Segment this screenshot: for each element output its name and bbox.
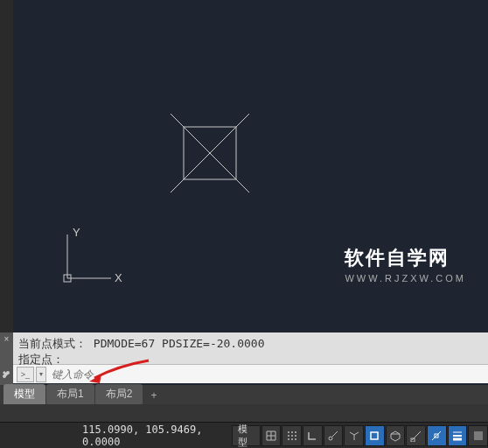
ortho-icon[interactable] [303, 425, 323, 446]
left-strip [0, 0, 13, 332]
svg-line-4 [236, 114, 249, 127]
svg-rect-31 [371, 432, 378, 439]
status-bar: 115.0990, 105.9469, 0.0000 模型 [0, 422, 488, 448]
svg-line-3 [171, 114, 184, 127]
svg-point-21 [291, 435, 293, 437]
command-panel: × 当前点模式： PDMODE=67 PDSIZE=-20.0000 指定点： … [0, 332, 488, 383]
dyn-input-icon[interactable] [427, 425, 447, 446]
command-history-line: 当前点模式： PDMODE=67 PDSIZE=-20.0000 [18, 336, 483, 352]
tab-layout1[interactable]: 布局1 [46, 384, 94, 404]
command-history-dropdown[interactable]: ▾ [36, 367, 46, 382]
command-history[interactable]: 当前点模式： PDMODE=67 PDSIZE=-20.0000 指定点： [13, 332, 488, 364]
svg-line-6 [236, 179, 249, 192]
ucs-y-label: Y [73, 228, 80, 239]
snap-icon[interactable] [282, 425, 302, 446]
svg-point-24 [291, 438, 293, 440]
svg-line-30 [354, 432, 359, 435]
otrack-icon[interactable] [406, 425, 426, 446]
isometric-icon[interactable] [344, 425, 364, 446]
watermark: 软件自学网 WWW.RJZXW.COM [345, 245, 466, 284]
tab-model[interactable]: 模型 [3, 384, 45, 404]
svg-line-35 [432, 431, 441, 440]
3dosnap-icon[interactable] [386, 425, 406, 446]
svg-line-27 [332, 431, 338, 437]
svg-rect-40 [474, 431, 483, 440]
drawing-canvas[interactable]: Y X 软件自学网 WWW.RJZXW.COM [13, 0, 488, 332]
command-input-row: >_ ▾ [13, 364, 488, 383]
grid-icon[interactable] [261, 425, 282, 446]
svg-line-5 [171, 179, 184, 192]
osnap-icon[interactable] [365, 425, 385, 446]
svg-point-17 [288, 431, 289, 433]
tab-layout2[interactable]: 布局2 [95, 384, 143, 404]
lineweight-icon[interactable] [448, 425, 468, 446]
watermark-url: WWW.RJZXW.COM [345, 273, 466, 284]
separator-bar [0, 404, 488, 422]
tab-add-button[interactable]: + [143, 387, 164, 404]
model-space-button[interactable]: 模型 [232, 425, 261, 446]
ucs-icon: Y X [57, 228, 136, 289]
coordinates-display[interactable]: 115.0990, 105.9469, 0.0000 [75, 424, 231, 448]
transparency-icon[interactable] [468, 425, 488, 446]
wrench-icon[interactable] [2, 370, 12, 382]
watermark-title: 软件自学网 [345, 245, 466, 271]
svg-point-20 [288, 435, 289, 437]
close-icon[interactable]: × [4, 334, 10, 344]
svg-point-22 [295, 435, 296, 437]
command-prompt-icon[interactable]: >_ [17, 367, 34, 382]
svg-point-25 [295, 438, 296, 440]
svg-point-26 [329, 437, 332, 440]
point-entity[interactable] [162, 105, 258, 201]
svg-point-18 [291, 431, 293, 433]
command-input[interactable] [46, 367, 488, 382]
polar-icon[interactable] [324, 425, 344, 446]
ucs-x-label: X [115, 271, 122, 284]
svg-point-23 [288, 438, 289, 440]
layout-tabs: 模型 布局1 布局2 + [0, 385, 488, 404]
svg-point-19 [295, 431, 296, 433]
command-panel-handle[interactable]: × [0, 332, 13, 389]
svg-line-29 [350, 432, 354, 435]
